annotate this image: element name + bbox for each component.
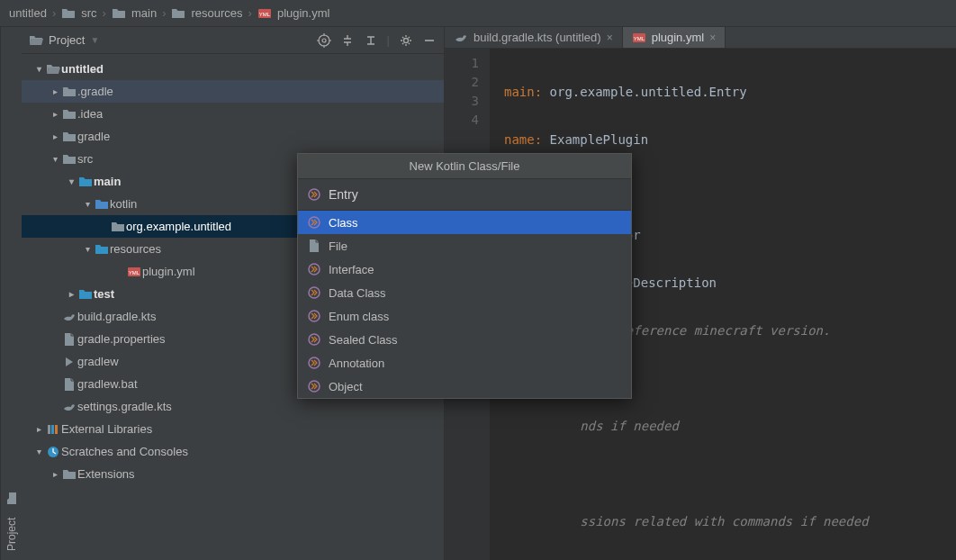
chevron-right-icon: › xyxy=(103,6,106,20)
tool-window-bar: Project xyxy=(0,27,22,560)
kotlin-class-icon xyxy=(307,187,321,202)
breadcrumb-item[interactable]: src xyxy=(61,6,96,21)
popup-item-object[interactable]: Object xyxy=(298,375,631,398)
tree-item-idea-dir[interactable]: ▸ .idea xyxy=(22,103,444,125)
expand-all-icon[interactable] xyxy=(340,33,355,48)
popup-title: New Kotlin Class/File xyxy=(298,154,631,179)
popup-item-enum[interactable]: Enum class xyxy=(298,304,631,328)
settings-icon[interactable] xyxy=(399,33,413,48)
chevron-down-icon[interactable]: ▼ xyxy=(90,35,99,45)
gradle-icon xyxy=(454,31,468,45)
kotlin-object-icon xyxy=(307,379,321,393)
popup-item-interface[interactable]: Interface xyxy=(298,257,631,281)
kotlin-annotation-icon xyxy=(307,356,321,370)
breadcrumb: untitled › src › main › resources › plug… xyxy=(0,0,956,27)
popup-item-sealed[interactable]: Sealed Class xyxy=(298,328,631,351)
tree-item-extensions[interactable]: ▸ Extensions xyxy=(22,463,444,485)
select-opened-file-icon[interactable] xyxy=(317,33,331,48)
project-panel-header: Project ▼ | xyxy=(22,27,444,54)
tree-item-gradle-folder[interactable]: ▸ gradle xyxy=(22,125,444,148)
new-kotlin-class-popup: New Kotlin Class/File Class File Interfa… xyxy=(297,153,632,399)
kotlin-data-class-icon xyxy=(307,285,321,300)
project-tool-button[interactable]: Project xyxy=(4,514,20,555)
breadcrumb-item[interactable]: plugin.yml xyxy=(257,6,330,21)
chevron-right-icon: › xyxy=(248,6,252,20)
kotlin-sealed-icon xyxy=(307,332,321,347)
close-icon[interactable]: × xyxy=(709,32,716,44)
popup-item-file[interactable]: File xyxy=(298,234,631,257)
popup-item-class[interactable]: Class xyxy=(298,211,631,234)
popup-name-field[interactable] xyxy=(298,179,631,211)
breadcrumb-item[interactable]: untitled xyxy=(9,6,47,20)
breadcrumb-item[interactable]: resources xyxy=(171,6,242,21)
kotlin-class-icon xyxy=(307,215,321,230)
kotlin-interface-icon xyxy=(307,262,321,276)
tree-item-external-libraries[interactable]: ▸ External Libraries xyxy=(22,418,444,440)
tree-root[interactable]: ▾ untitled xyxy=(22,58,444,80)
breadcrumb-item[interactable]: main xyxy=(112,6,157,21)
popup-item-data-class[interactable]: Data Class xyxy=(298,281,631,304)
chevron-right-icon: › xyxy=(162,6,166,20)
tab-plugin-yml[interactable]: plugin.yml × xyxy=(623,27,726,48)
project-icon xyxy=(29,33,43,48)
collapse-all-icon[interactable] xyxy=(364,33,378,48)
editor-tabs: build.gradle.kts (untitled) × plugin.yml… xyxy=(445,27,956,49)
popup-item-annotation[interactable]: Annotation xyxy=(298,351,631,375)
yml-icon xyxy=(632,31,646,45)
class-name-input[interactable] xyxy=(329,183,622,206)
close-icon[interactable]: × xyxy=(607,32,613,44)
tab-build-gradle[interactable]: build.gradle.kts (untitled) × xyxy=(445,27,623,48)
kotlin-enum-icon xyxy=(307,309,321,323)
hide-icon[interactable] xyxy=(422,33,437,48)
kotlin-file-icon xyxy=(307,239,321,253)
files-tool-button[interactable] xyxy=(4,489,20,509)
tree-item-scratches[interactable]: ▾ Scratches and Consoles xyxy=(22,440,444,463)
popup-kind-list: Class File Interface Data Class Enum cla… xyxy=(298,211,631,398)
project-panel-title: Project xyxy=(49,33,85,47)
tree-item-gradle-dir[interactable]: ▸ .gradle xyxy=(22,80,444,103)
chevron-right-icon: › xyxy=(52,6,56,20)
